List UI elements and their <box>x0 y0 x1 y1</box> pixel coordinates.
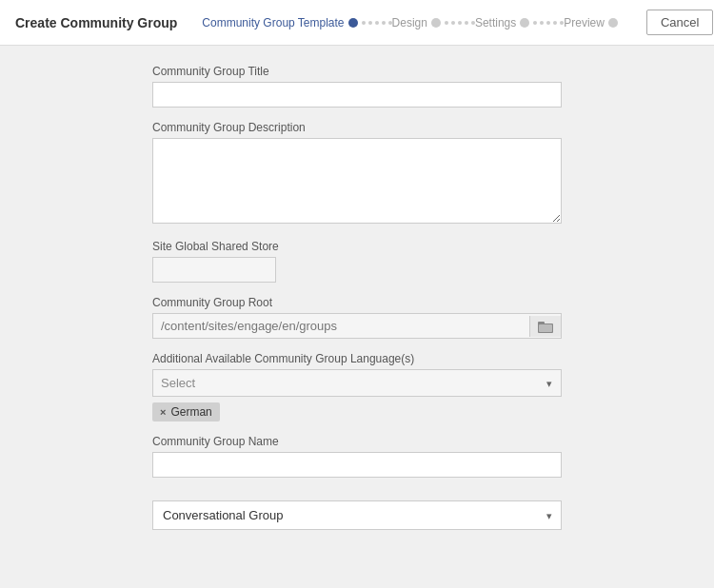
root-wrapper <box>152 313 562 339</box>
dot-s <box>445 21 448 25</box>
folder-icon <box>538 320 553 333</box>
header-buttons: Cancel Next <box>646 10 714 35</box>
step-label-4: Preview <box>564 16 605 29</box>
title-input[interactable] <box>152 82 562 108</box>
spacer <box>152 491 562 500</box>
description-input[interactable] <box>152 138 562 224</box>
shared-store-input[interactable]: English <box>152 257 276 283</box>
root-input[interactable] <box>153 314 529 338</box>
root-folder-button[interactable] <box>529 316 561 337</box>
title-group: Community Group Title <box>152 65 562 108</box>
title-label: Community Group Title <box>152 65 562 78</box>
dot-s <box>451 21 455 25</box>
dot-s <box>362 21 366 25</box>
languages-group: Additional Available Community Group Lan… <box>152 352 562 421</box>
step-dot-2 <box>431 18 441 28</box>
languages-label: Additional Available Community Group Lan… <box>152 352 562 365</box>
main-content: Community Group Title Community Group De… <box>0 46 714 588</box>
languages-select-wrapper: Select ▾ <box>152 369 562 397</box>
step-label-3: Settings <box>475 16 516 29</box>
root-group: Community Group Root <box>152 296 562 339</box>
step-community-group-template: Community Group Template <box>202 16 344 29</box>
dot-s <box>465 21 468 25</box>
step-label-2: Design <box>392 16 427 29</box>
page-title: Create Community Group <box>15 15 177 30</box>
root-label: Community Group Root <box>152 296 562 309</box>
step-dot-1 <box>348 18 358 28</box>
description-group: Community Group Description <box>152 121 562 226</box>
group-type-select-wrapper: Conversational Group Blog Group Calendar… <box>152 500 562 530</box>
step-design: Design <box>392 16 427 29</box>
group-type-select[interactable]: Conversational Group Blog Group Calendar… <box>152 500 562 530</box>
languages-select[interactable]: Select <box>152 369 562 397</box>
dot-s <box>546 21 550 25</box>
tag-close-button[interactable]: × <box>160 406 166 418</box>
step-dot-4 <box>608 18 618 28</box>
name-group: Community Group Name <box>152 435 562 478</box>
dot-s <box>375 21 379 25</box>
dot-s <box>368 21 372 25</box>
dot-s <box>540 21 544 25</box>
dot-s <box>458 21 462 25</box>
shared-store-label: Site Global Shared Store <box>152 240 562 253</box>
step-preview: Preview <box>564 16 605 29</box>
tag-label: German <box>170 405 211 419</box>
cancel-button[interactable]: Cancel <box>646 10 713 35</box>
name-label: Community Group Name <box>152 435 562 448</box>
wizard-steps: Community Group Template Design <box>192 16 631 29</box>
step-dot-3 <box>520 18 529 28</box>
dot-s <box>533 21 537 25</box>
shared-store-group: Site Global Shared Store English <box>152 240 562 283</box>
svg-rect-2 <box>539 324 552 332</box>
german-tag: × German <box>152 402 220 421</box>
step-settings: Settings <box>475 16 516 29</box>
group-type-group: Conversational Group Blog Group Calendar… <box>152 500 562 530</box>
description-label: Community Group Description <box>152 121 562 134</box>
dot-s <box>553 21 557 25</box>
step-label-1: Community Group Template <box>202 16 344 29</box>
header: Create Community Group Community Group T… <box>0 0 714 46</box>
dot-s <box>382 21 386 25</box>
name-input[interactable] <box>152 452 562 478</box>
